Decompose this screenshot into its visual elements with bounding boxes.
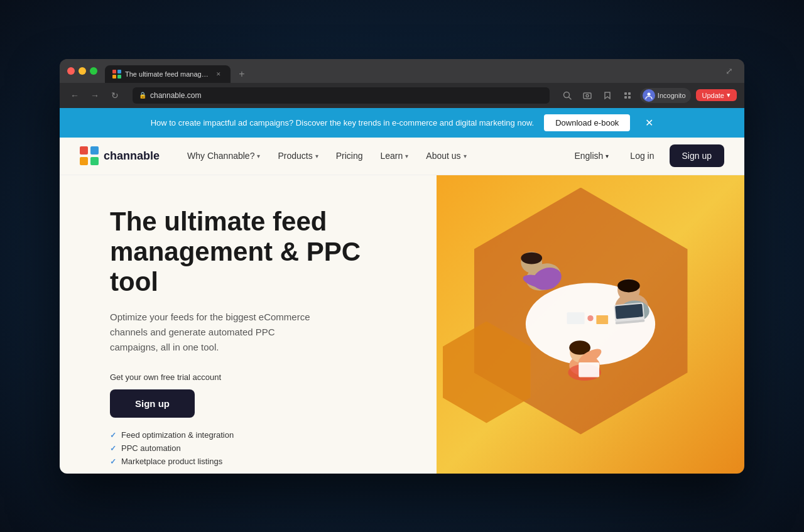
login-label: Log in (630, 151, 654, 161)
hero-right (437, 175, 745, 474)
logo-icon (80, 146, 99, 165)
nav-products-chevron: ▾ (315, 153, 318, 160)
browser-window: The ultimate feed manageme... ✕ + ⤢ ← → … (60, 59, 744, 474)
svg-rect-38 (596, 315, 608, 324)
back-button[interactable]: ← (67, 88, 82, 103)
tab-bar: The ultimate feed manageme... ✕ + (105, 59, 722, 83)
svg-point-7 (586, 94, 589, 97)
url-text: channable.com (150, 91, 201, 100)
maximize-button[interactable] (90, 67, 97, 75)
svg-rect-0 (112, 70, 116, 73)
nav-why-chevron: ▾ (257, 153, 260, 160)
nav-learn-chevron: ▾ (405, 153, 408, 160)
update-label: Update (702, 92, 724, 99)
nav-learn[interactable]: Learn ▾ (372, 147, 416, 165)
search-icon[interactable] (560, 88, 575, 103)
logo-text: channable (104, 149, 160, 163)
nav-about[interactable]: About us ▾ (418, 147, 474, 165)
svg-rect-28 (615, 304, 643, 319)
nav-pricing-label: Pricing (336, 151, 363, 161)
check-icon-2: ✓ (110, 444, 116, 453)
announcement-text: How to create impactful ad campaigns? Di… (151, 118, 535, 128)
nav-learn-label: Learn (380, 151, 403, 161)
login-button[interactable]: Log in (620, 146, 664, 166)
banner-close-button[interactable]: ✕ (645, 117, 653, 129)
svg-rect-15 (80, 157, 88, 165)
hero-image (496, 230, 685, 418)
check-icon-3: ✓ (110, 457, 116, 466)
navbar: channable Why Channable? ▾ Products ▾ Pr… (60, 138, 744, 175)
lock-icon: 🔒 (139, 92, 146, 99)
feature-label-2: PPC automation (121, 443, 181, 453)
svg-rect-14 (90, 146, 99, 155)
svg-rect-8 (624, 92, 627, 95)
svg-rect-1 (117, 70, 121, 73)
website-content: How to create impactful ad campaigns? Di… (60, 108, 744, 474)
hero-left: The ultimate feed management & PPC tool … (60, 175, 437, 474)
download-ebook-button[interactable]: Download e-book (544, 114, 630, 131)
svg-rect-11 (628, 96, 631, 99)
nav-links: Why Channable? ▾ Products ▾ Pricing Lear… (180, 147, 568, 165)
feature-list: ✓ Feed optimization & integration ✓ PPC … (110, 430, 411, 466)
navbar-signup-label: Sign up (682, 151, 712, 161)
tab-title: The ultimate feed manageme... (125, 70, 210, 78)
nav-products[interactable]: Products ▾ (270, 147, 325, 165)
hero-signup-button[interactable]: Sign up (110, 389, 195, 418)
profile-button[interactable]: Incognito (640, 88, 691, 103)
svg-rect-2 (112, 75, 116, 79)
announcement-banner: How to create impactful ad campaigns? Di… (60, 108, 744, 138)
svg-rect-10 (624, 96, 627, 99)
nav-pricing[interactable]: Pricing (329, 147, 371, 165)
active-tab[interactable]: The ultimate feed manageme... ✕ (105, 65, 231, 83)
cta-label: Get your own free trial account (110, 372, 411, 382)
tab-close-button[interactable]: ✕ (214, 70, 223, 79)
profile-avatar (643, 89, 655, 102)
svg-rect-9 (628, 92, 631, 95)
browser-titlebar: The ultimate feed manageme... ✕ + ⤢ (60, 59, 744, 83)
svg-point-25 (617, 280, 640, 293)
browser-controls: ← → ↻ 🔒 channable.com (60, 83, 744, 108)
svg-point-12 (647, 92, 650, 95)
extensions-icon[interactable] (620, 88, 635, 103)
nav-about-label: About us (426, 151, 460, 161)
feature-item-2: ✓ PPC automation (110, 443, 411, 453)
new-tab-button[interactable]: + (233, 65, 251, 83)
profile-name: Incognito (658, 92, 686, 99)
feature-item-3: ✓ Marketplace product listings (110, 457, 411, 466)
close-button[interactable] (67, 67, 75, 75)
svg-point-20 (521, 252, 542, 264)
nav-why-channable[interactable]: Why Channable? ▾ (180, 147, 268, 165)
logo[interactable]: channable (80, 146, 160, 165)
nav-why-label: Why Channable? (187, 151, 254, 161)
people-svg (496, 236, 685, 412)
hero-subtitle: Optimize your feeds for the biggest eCom… (110, 310, 311, 355)
language-selector[interactable]: English ▾ (568, 147, 615, 165)
svg-point-37 (587, 315, 593, 321)
svg-rect-35 (579, 362, 599, 377)
traffic-lights (67, 67, 97, 75)
minimize-button[interactable] (79, 67, 86, 75)
update-button[interactable]: Update ▾ (696, 89, 737, 101)
language-label: English (574, 151, 603, 161)
address-bar[interactable]: 🔒 channable.com (133, 87, 550, 104)
nav-about-chevron: ▾ (464, 153, 467, 160)
browser-actions: Incognito Update ▾ (560, 88, 737, 103)
nav-actions: English ▾ Log in Sign up (568, 144, 724, 167)
camera-icon[interactable] (580, 88, 595, 103)
svg-rect-3 (117, 75, 121, 79)
hero-title: The ultimate feed management & PPC tool (110, 207, 411, 298)
forward-button[interactable]: → (87, 88, 102, 103)
svg-rect-6 (584, 93, 591, 99)
feature-label-1: Feed optimization & integration (121, 430, 234, 440)
expand-button[interactable]: ⤢ (722, 63, 737, 79)
navbar-signup-button[interactable]: Sign up (670, 144, 724, 167)
bookmark-icon[interactable] (600, 88, 615, 103)
check-icon-1: ✓ (110, 431, 116, 440)
svg-rect-16 (90, 157, 99, 165)
feature-label-3: Marketplace product listings (121, 457, 222, 466)
nav-products-label: Products (278, 151, 312, 161)
reload-button[interactable]: ↻ (107, 88, 122, 103)
language-chevron: ▾ (606, 153, 609, 160)
feature-item-1: ✓ Feed optimization & integration (110, 430, 411, 440)
svg-line-5 (568, 97, 571, 99)
